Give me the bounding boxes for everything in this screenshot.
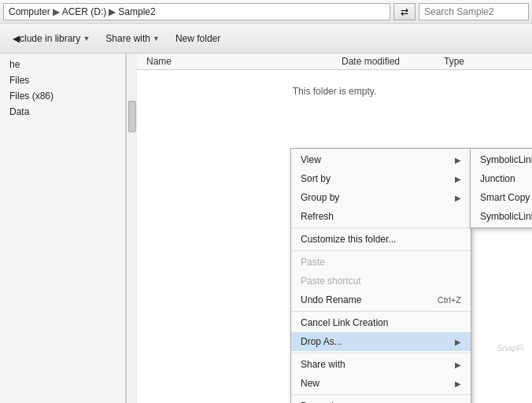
- sidebar-scrollbar[interactable]: [126, 54, 137, 403]
- address-path[interactable]: Computer ▶ ACER (D:) ▶ Sample2: [3, 3, 390, 20]
- ctx-group-by[interactable]: Group by ▶: [291, 188, 471, 207]
- sidebar: he Files Files (x86) Data: [0, 54, 126, 403]
- col-name-header: Name: [137, 56, 342, 67]
- submenu-dropas: SymbolicLink Junction Smart Copy Symboli…: [470, 148, 532, 228]
- context-menu: View ▶ Sort by ▶ Group by ▶ Refresh Cust…: [290, 148, 471, 403]
- sidebar-item-files-x86[interactable]: Files (x86): [0, 88, 125, 104]
- col-date-header: Date modified: [342, 56, 444, 67]
- ctx-sep-2: [291, 250, 471, 251]
- main-area: he Files Files (x86) Data Name Date modi…: [0, 54, 532, 403]
- ctx-undo-rename[interactable]: Undo Rename Ctrl+Z: [291, 290, 471, 309]
- ctx-dropas-arrow: ▶: [455, 338, 461, 346]
- share-with-btn[interactable]: Share with ▼: [99, 30, 166, 47]
- path-computer: Computer: [9, 6, 50, 17]
- file-area: Name Date modified Type This folder is e…: [137, 54, 532, 403]
- ctx-share-with[interactable]: Share with ▶: [291, 355, 471, 374]
- empty-message: This folder is empty.: [137, 86, 532, 97]
- ctx-customize[interactable]: Customize this folder...: [291, 230, 471, 249]
- nav-refresh-btn[interactable]: ⇄: [393, 3, 416, 20]
- share-arrow-icon: ▼: [153, 35, 160, 43]
- ctx-group-arrow: ▶: [455, 194, 461, 202]
- sidebar-scroll-thumb[interactable]: [128, 101, 136, 132]
- new-folder-btn[interactable]: New folder: [169, 30, 227, 47]
- ctx-sort-by[interactable]: Sort by ▶: [291, 169, 471, 188]
- sidebar-item-files[interactable]: Files: [0, 72, 125, 88]
- submenu-junction[interactable]: Junction: [471, 169, 532, 188]
- ctx-drop-as[interactable]: Drop As... ▶: [291, 332, 471, 351]
- ctx-view-arrow: ▶: [455, 156, 461, 165]
- include-in-library-btn[interactable]: ◀clude in library ▼: [6, 30, 96, 47]
- ctx-sep-5: [291, 394, 471, 395]
- ctx-new-arrow: ▶: [455, 379, 461, 388]
- submenu-symbolic-link-clone[interactable]: SymbolicLink Clone: [471, 207, 532, 226]
- col-type-header: Type: [444, 56, 464, 67]
- ctx-view[interactable]: View ▶: [291, 150, 471, 169]
- sidebar-item-data[interactable]: Data: [0, 104, 125, 120]
- ctx-sep-3: [291, 311, 471, 312]
- watermark: SnapFi: [497, 343, 524, 353]
- ctx-share-arrow: ▶: [455, 360, 461, 369]
- search-input[interactable]: [419, 3, 529, 20]
- toolbar: ◀clude in library ▼ Share with ▼ New fol…: [0, 24, 532, 54]
- path-drive: ACER (D:): [62, 6, 107, 17]
- ctx-sep-4: [291, 353, 471, 353]
- ctx-properties[interactable]: Properties: [291, 397, 471, 403]
- submenu-smart-copy[interactable]: Smart Copy: [471, 188, 532, 207]
- ctx-paste: Paste: [291, 253, 471, 272]
- ctx-new[interactable]: New ▶: [291, 374, 471, 393]
- ctx-sort-arrow: ▶: [455, 175, 461, 183]
- ctx-sep-1: [291, 227, 471, 228]
- sidebar-item-he[interactable]: he: [0, 57, 125, 72]
- ctx-paste-shortcut: Paste shortcut: [291, 272, 471, 290]
- file-columns: Name Date modified Type: [137, 54, 532, 70]
- path-folder: Sample2: [118, 6, 155, 17]
- submenu-symbolic-link[interactable]: SymbolicLink: [471, 150, 532, 169]
- address-bar: Computer ▶ ACER (D:) ▶ Sample2 ⇄: [0, 0, 532, 24]
- ctx-refresh[interactable]: Refresh: [291, 207, 471, 226]
- include-arrow-icon: ▼: [83, 35, 90, 43]
- ctx-cancel-link[interactable]: Cancel Link Creation: [291, 313, 471, 332]
